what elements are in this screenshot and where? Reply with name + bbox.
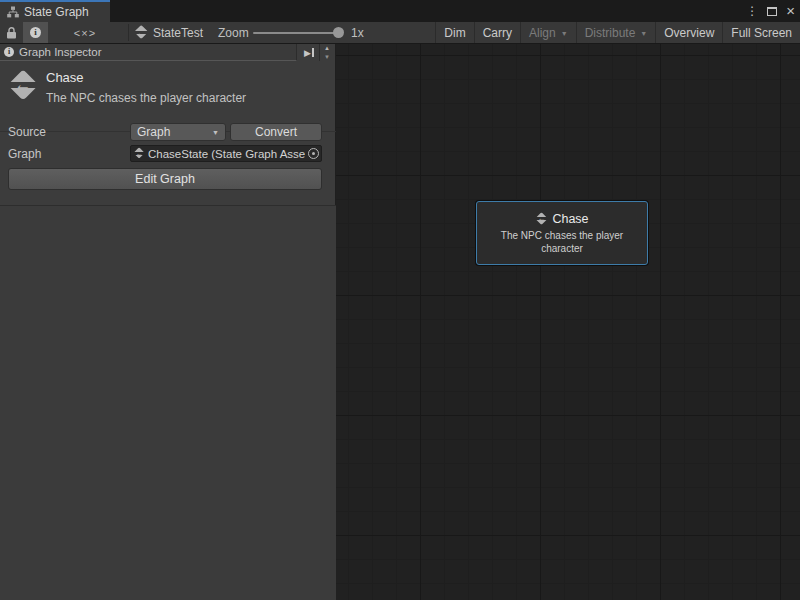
chevron-down-icon: ▼ [561,30,568,37]
scroll-down-icon[interactable]: ▼ [320,53,334,62]
lock-button[interactable] [0,22,22,43]
window-menu-icon[interactable]: ⋮ [746,5,758,17]
lock-icon [6,27,17,39]
zoom-slider-handle[interactable] [333,27,344,38]
tab-state-graph[interactable]: State Graph [0,0,110,22]
code-icon: <×> [74,27,96,39]
convert-button[interactable]: Convert [230,123,322,141]
graph-tab-icon [7,6,19,18]
titlebar: State Graph ⋮ × [0,0,800,22]
graph-inspector-header[interactable]: Graph Inspector [0,44,297,61]
state-graph-icon [134,148,145,159]
full-screen-button[interactable]: Full Screen [722,22,800,43]
edit-graph-button-label: Edit Graph [135,172,195,186]
node-title-row: Chase [535,212,588,226]
carry-button[interactable]: Carry [474,22,520,43]
full-screen-button-label: Full Screen [731,26,792,40]
inspector-empty-area [0,206,336,600]
zoom-label: Zoom [218,26,249,40]
source-dropdown-value: Graph [137,125,170,139]
graph-object-value: ChaseState (State Graph Asset) [148,148,305,160]
dock-panel-button[interactable] [300,45,318,60]
dim-button-label: Dim [444,26,465,40]
source-field-label: Source [8,125,46,139]
zoom-slider-track[interactable] [253,32,339,34]
state-summary: Chase The NPC chases the player characte… [0,62,336,132]
state-title: Chase [46,70,84,85]
state-graph-icon [535,213,547,225]
distribute-button: Distribute ▼ [576,22,656,43]
dim-button[interactable]: Dim [435,22,473,43]
chevron-down-icon: ▼ [212,129,219,136]
convert-button-label: Convert [255,125,297,139]
state-reference-label: StateTest [153,26,203,40]
edit-graph-button[interactable]: Edit Graph [8,168,322,190]
state-graph-window: State Graph ⋮ × <×> StateTest [0,0,800,600]
state-node-chase[interactable]: Chase The NPC chases the player characte… [476,201,648,265]
state-reference-breadcrumb[interactable]: StateTest [134,22,203,43]
code-view-button[interactable]: <×> [49,22,121,43]
graph-field-label: Graph [8,147,41,161]
state-description: The NPC chases the player character [46,91,246,105]
window-controls: ⋮ × [746,0,795,22]
info-icon [4,47,14,57]
inspector-toggle-button[interactable] [23,22,48,43]
info-icon [30,27,41,38]
toolbar-actions: Dim Carry Align ▼ Distribute ▼ Overview … [435,22,800,43]
scroll-up-icon[interactable]: ▲ [320,44,334,53]
source-dropdown[interactable]: Graph ▼ [130,123,226,141]
graph-inspector-panel: Graph Inspector ▲ ▼ Chase The NPC chases… [0,44,336,600]
object-picker-icon[interactable] [308,148,319,159]
overview-button[interactable]: Overview [655,22,722,43]
align-button: Align ▼ [520,22,576,43]
graph-inspector-title: Graph Inspector [19,46,101,58]
panel-scroll-buttons: ▲ ▼ [319,44,334,61]
zoom-value: 1x [351,26,364,40]
overview-button-label: Overview [664,26,714,40]
toolbar-separator [128,24,129,41]
carry-button-label: Carry [483,26,512,40]
chevron-down-icon: ▼ [640,30,647,37]
node-description: The NPC chases the player character [484,229,640,255]
align-button-label: Align [529,26,556,40]
maximize-icon[interactable] [767,7,777,16]
toolbar: <×> StateTest Zoom 1x Dim Carry Align ▼ … [0,22,800,44]
tab-label: State Graph [24,5,89,19]
state-graph-icon [8,70,38,100]
distribute-button-label: Distribute [585,26,636,40]
close-icon[interactable]: × [786,3,795,18]
graph-canvas[interactable]: Chase The NPC chases the player characte… [336,44,800,600]
node-title: Chase [552,212,588,226]
state-graph-icon [134,26,148,40]
graph-object-field[interactable]: ChaseState (State Graph Asset) [130,145,322,162]
dock-icon [304,48,314,58]
